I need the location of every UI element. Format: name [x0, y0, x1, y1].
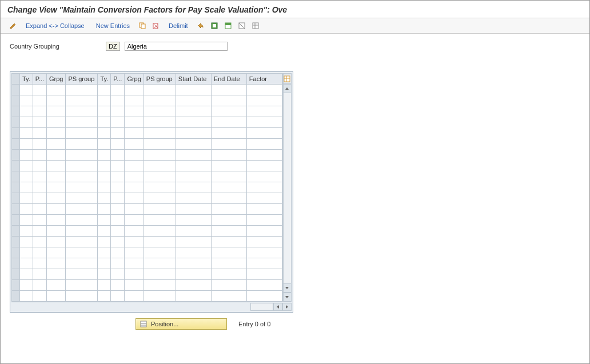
cell[interactable] — [125, 280, 143, 291]
cell[interactable] — [98, 258, 111, 269]
cell[interactable] — [211, 150, 246, 161]
cell[interactable] — [98, 291, 111, 302]
table-row[interactable] — [12, 139, 282, 150]
table-row[interactable] — [12, 106, 282, 117]
cell[interactable] — [125, 85, 143, 95]
cell[interactable] — [125, 128, 143, 139]
table-row[interactable] — [12, 161, 282, 171]
table-row[interactable] — [12, 291, 282, 302]
cell[interactable] — [98, 161, 111, 171]
cell[interactable] — [20, 247, 33, 258]
cell[interactable] — [211, 291, 246, 302]
cell[interactable] — [111, 117, 125, 128]
cell[interactable] — [246, 128, 282, 139]
deselect-all-icon[interactable] — [236, 21, 248, 31]
cell[interactable] — [20, 215, 33, 226]
cell[interactable] — [176, 193, 211, 204]
cell[interactable] — [98, 269, 111, 280]
cell[interactable] — [143, 106, 176, 117]
cell[interactable] — [143, 269, 176, 280]
scroll-track[interactable] — [283, 93, 292, 283]
cell[interactable] — [246, 171, 282, 182]
cell[interactable] — [176, 171, 211, 182]
cell[interactable] — [33, 247, 46, 258]
cell[interactable] — [98, 204, 111, 215]
col-p-1[interactable]: P... — [33, 74, 46, 85]
cell[interactable] — [143, 171, 176, 182]
col-grpg-2[interactable]: Grpg — [125, 74, 143, 85]
cell[interactable] — [176, 226, 211, 237]
cell[interactable] — [98, 280, 111, 291]
scroll-right-icon[interactable] — [282, 303, 292, 311]
cell[interactable] — [125, 139, 143, 150]
cell[interactable] — [211, 193, 246, 204]
horizontal-scrollbar[interactable] — [11, 302, 292, 311]
cell[interactable] — [20, 291, 33, 302]
cell[interactable] — [246, 193, 282, 204]
cell[interactable] — [66, 269, 98, 280]
cell[interactable] — [143, 193, 176, 204]
cell[interactable] — [66, 95, 98, 106]
cell[interactable] — [66, 161, 98, 171]
cell[interactable] — [46, 291, 65, 302]
cell[interactable] — [246, 117, 282, 128]
cell[interactable] — [143, 215, 176, 226]
hscroll-track[interactable] — [250, 303, 273, 311]
row-selector[interactable] — [12, 128, 20, 139]
row-selector[interactable] — [12, 258, 20, 269]
row-selector[interactable] — [12, 291, 20, 302]
cell[interactable] — [111, 161, 125, 171]
delimit-button[interactable]: Delimit — [164, 21, 193, 30]
cell[interactable] — [66, 193, 98, 204]
cell[interactable] — [246, 237, 282, 247]
cell[interactable] — [211, 161, 246, 171]
cell[interactable] — [111, 182, 125, 193]
table-row[interactable] — [12, 95, 282, 106]
cell[interactable] — [125, 204, 143, 215]
cell[interactable] — [143, 161, 176, 171]
cell[interactable] — [143, 291, 176, 302]
row-selector[interactable] — [12, 247, 20, 258]
cell[interactable] — [176, 95, 211, 106]
cell[interactable] — [111, 150, 125, 161]
cell[interactable] — [20, 171, 33, 182]
cell[interactable] — [33, 269, 46, 280]
col-psgroup-1[interactable]: PS group — [66, 74, 98, 85]
cell[interactable] — [143, 237, 176, 247]
table-row[interactable] — [12, 237, 282, 247]
cell[interactable] — [125, 150, 143, 161]
cell[interactable] — [111, 258, 125, 269]
cell[interactable] — [176, 215, 211, 226]
table-row[interactable] — [12, 247, 282, 258]
cell[interactable] — [46, 247, 65, 258]
cell[interactable] — [125, 291, 143, 302]
cell[interactable] — [20, 117, 33, 128]
cell[interactable] — [125, 117, 143, 128]
cell[interactable] — [246, 269, 282, 280]
cell[interactable] — [143, 150, 176, 161]
cell[interactable] — [33, 204, 46, 215]
undo-icon[interactable] — [195, 21, 206, 31]
cell[interactable] — [125, 182, 143, 193]
cell[interactable] — [176, 85, 211, 95]
cell[interactable] — [211, 95, 246, 106]
cell[interactable] — [46, 204, 65, 215]
cell[interactable] — [111, 171, 125, 182]
row-selector[interactable] — [12, 269, 20, 280]
cell[interactable] — [111, 291, 125, 302]
cell[interactable] — [98, 128, 111, 139]
scroll-down-icon[interactable] — [283, 283, 292, 293]
cell[interactable] — [143, 247, 176, 258]
cell[interactable] — [211, 128, 246, 139]
cell[interactable] — [176, 280, 211, 291]
row-selector[interactable] — [12, 117, 20, 128]
cell[interactable] — [211, 247, 246, 258]
cell[interactable] — [211, 215, 246, 226]
cell[interactable] — [46, 95, 65, 106]
cell[interactable] — [33, 139, 46, 150]
cell[interactable] — [111, 226, 125, 237]
cell[interactable] — [246, 139, 282, 150]
row-selector[interactable] — [12, 106, 20, 117]
data-grid[interactable]: Ty. P... Grpg PS group Ty. P... Grpg PS … — [11, 73, 282, 302]
cell[interactable] — [125, 237, 143, 247]
